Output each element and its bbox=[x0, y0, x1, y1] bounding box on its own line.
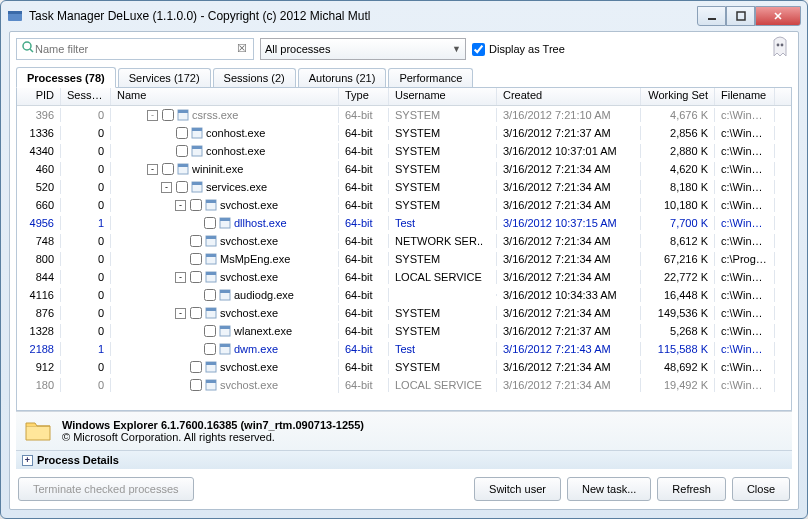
col-created[interactable]: Created bbox=[497, 88, 641, 105]
new-task-button[interactable]: New task... bbox=[567, 477, 651, 501]
col-name[interactable]: Name bbox=[111, 88, 339, 105]
tree-toggle-icon[interactable]: - bbox=[175, 200, 186, 211]
table-row[interactable]: 8000MsMpEng.exe64-bitSYSTEM3/16/2012 7:2… bbox=[17, 250, 791, 268]
refresh-button[interactable]: Refresh bbox=[657, 477, 726, 501]
table-row[interactable]: 13280wlanext.exe64-bitSYSTEM3/16/2012 7:… bbox=[17, 322, 791, 340]
close-app-button[interactable]: Close bbox=[732, 477, 790, 501]
minimize-button[interactable] bbox=[697, 6, 726, 26]
process-icon bbox=[204, 270, 218, 284]
client-area: ☒ All processes ▼ Display as Tree Proces… bbox=[9, 31, 799, 510]
col-pid[interactable]: PID bbox=[17, 88, 61, 105]
row-checkbox[interactable] bbox=[204, 217, 216, 229]
table-row[interactable]: 21881dwm.exe64-bitTest3/16/2012 7:21:43 … bbox=[17, 340, 791, 358]
tree-toggle-icon[interactable]: - bbox=[147, 110, 158, 121]
table-row[interactable]: 1800svchost.exe64-bitLOCAL SERVICE3/16/2… bbox=[17, 376, 791, 394]
svg-rect-20 bbox=[220, 218, 230, 221]
process-filter-combo[interactable]: All processes ▼ bbox=[260, 38, 466, 60]
process-name: wlanext.exe bbox=[234, 325, 292, 337]
svg-rect-18 bbox=[206, 200, 216, 203]
grid-header: PID Session Name Type Username Created W… bbox=[17, 88, 791, 106]
selected-text: Windows Explorer 6.1.7600.16385 (win7_rt… bbox=[62, 419, 364, 443]
row-checkbox[interactable] bbox=[204, 343, 216, 355]
col-filename[interactable]: Filename bbox=[715, 88, 775, 105]
process-name: svchost.exe bbox=[220, 361, 278, 373]
svg-rect-30 bbox=[206, 308, 216, 311]
table-row[interactable]: 9120svchost.exe64-bitSYSTEM3/16/2012 7:2… bbox=[17, 358, 791, 376]
process-name: svchost.exe bbox=[220, 235, 278, 247]
table-row[interactable]: 7480svchost.exe64-bitNETWORK SER..3/16/2… bbox=[17, 232, 791, 250]
process-icon bbox=[204, 252, 218, 266]
row-checkbox[interactable] bbox=[204, 289, 216, 301]
row-checkbox[interactable] bbox=[204, 325, 216, 337]
details-header-label: Process Details bbox=[37, 454, 119, 466]
col-type[interactable]: Type bbox=[339, 88, 389, 105]
process-name: services.exe bbox=[206, 181, 267, 193]
table-row[interactable]: 5200-services.exe64-bitSYSTEM3/16/2012 7… bbox=[17, 178, 791, 196]
terminate-button[interactable]: Terminate checked processes bbox=[18, 477, 194, 501]
table-row[interactable]: 4600-wininit.exe64-bitSYSTEM3/16/2012 7:… bbox=[17, 160, 791, 178]
button-bar: Terminate checked processes Switch user … bbox=[16, 469, 792, 503]
table-row[interactable]: 6600-svchost.exe64-bitSYSTEM3/16/2012 7:… bbox=[17, 196, 791, 214]
tree-check[interactable] bbox=[472, 43, 485, 56]
process-details-header[interactable]: + Process Details bbox=[16, 450, 792, 469]
svg-point-5 bbox=[781, 44, 784, 47]
table-row[interactable]: 43400conhost.exe64-bitSYSTEM3/16/2012 10… bbox=[17, 142, 791, 160]
process-name: MsMpEng.exe bbox=[220, 253, 290, 265]
selected-title: Windows Explorer 6.1.7600.16385 (win7_rt… bbox=[62, 419, 364, 431]
process-name: svchost.exe bbox=[220, 307, 278, 319]
tab-processes[interactable]: Processes (78) bbox=[16, 67, 116, 88]
col-session[interactable]: Session bbox=[61, 88, 111, 105]
tree-toggle-icon[interactable]: - bbox=[175, 272, 186, 283]
tab-sessions[interactable]: Sessions (2) bbox=[213, 68, 296, 87]
row-checkbox[interactable] bbox=[190, 235, 202, 247]
table-row[interactable]: 41160audiodg.exe64-bit3/16/2012 10:34:33… bbox=[17, 286, 791, 304]
process-name: conhost.exe bbox=[206, 145, 265, 157]
switch-user-button[interactable]: Switch user bbox=[474, 477, 561, 501]
col-username[interactable]: Username bbox=[389, 88, 497, 105]
table-row[interactable]: 8760-svchost.exe64-bitSYSTEM3/16/2012 7:… bbox=[17, 304, 791, 322]
svg-rect-28 bbox=[220, 290, 230, 293]
tree-toggle-icon[interactable]: - bbox=[147, 164, 158, 175]
table-row[interactable]: 8440-svchost.exe64-bitLOCAL SERVICE3/16/… bbox=[17, 268, 791, 286]
row-checkbox[interactable] bbox=[162, 163, 174, 175]
tree-toggle-icon[interactable]: - bbox=[161, 182, 172, 193]
window-title: Task Manager DeLuxe (1.1.0.0) - Copyrigh… bbox=[29, 9, 697, 23]
row-checkbox[interactable] bbox=[176, 145, 188, 157]
row-checkbox[interactable] bbox=[162, 109, 174, 121]
tree-toggle-icon[interactable]: - bbox=[175, 308, 186, 319]
tab-autoruns[interactable]: Autoruns (21) bbox=[298, 68, 387, 87]
process-icon bbox=[204, 360, 218, 374]
svg-rect-1 bbox=[8, 11, 22, 14]
title-bar[interactable]: Task Manager DeLuxe (1.1.0.0) - Copyrigh… bbox=[1, 1, 807, 31]
svg-rect-16 bbox=[192, 182, 202, 185]
row-checkbox[interactable] bbox=[176, 127, 188, 139]
filter-box[interactable]: ☒ bbox=[16, 38, 254, 60]
row-checkbox[interactable] bbox=[190, 361, 202, 373]
row-checkbox[interactable] bbox=[176, 181, 188, 193]
col-workingset[interactable]: Working Set bbox=[641, 88, 715, 105]
process-icon bbox=[176, 108, 190, 122]
maximize-button[interactable] bbox=[726, 6, 755, 26]
grid-body[interactable]: 3960-csrss.exe64-bitSYSTEM3/16/2012 7:21… bbox=[17, 106, 791, 410]
clear-filter-icon[interactable]: ☒ bbox=[235, 42, 249, 56]
svg-rect-2 bbox=[708, 18, 716, 20]
tab-services[interactable]: Services (172) bbox=[118, 68, 211, 87]
process-icon bbox=[218, 216, 232, 230]
row-checkbox[interactable] bbox=[190, 199, 202, 211]
row-checkbox[interactable] bbox=[190, 379, 202, 391]
close-button[interactable] bbox=[755, 6, 801, 26]
tab-strip: Processes (78)Services (172)Sessions (2)… bbox=[16, 66, 792, 88]
process-icon bbox=[204, 234, 218, 248]
table-row[interactable]: 13360conhost.exe64-bitSYSTEM3/16/2012 7:… bbox=[17, 124, 791, 142]
name-filter-input[interactable] bbox=[35, 43, 235, 55]
table-row[interactable]: 49561dllhost.exe64-bitTest3/16/2012 10:3… bbox=[17, 214, 791, 232]
row-checkbox[interactable] bbox=[190, 253, 202, 265]
process-icon bbox=[190, 126, 204, 140]
table-row[interactable]: 3960-csrss.exe64-bitSYSTEM3/16/2012 7:21… bbox=[17, 106, 791, 124]
row-checkbox[interactable] bbox=[190, 307, 202, 319]
process-icon bbox=[204, 378, 218, 392]
display-as-tree-checkbox[interactable]: Display as Tree bbox=[472, 43, 565, 56]
row-checkbox[interactable] bbox=[190, 271, 202, 283]
expand-details-icon[interactable]: + bbox=[22, 455, 33, 466]
tab-performance[interactable]: Performance bbox=[388, 68, 473, 87]
